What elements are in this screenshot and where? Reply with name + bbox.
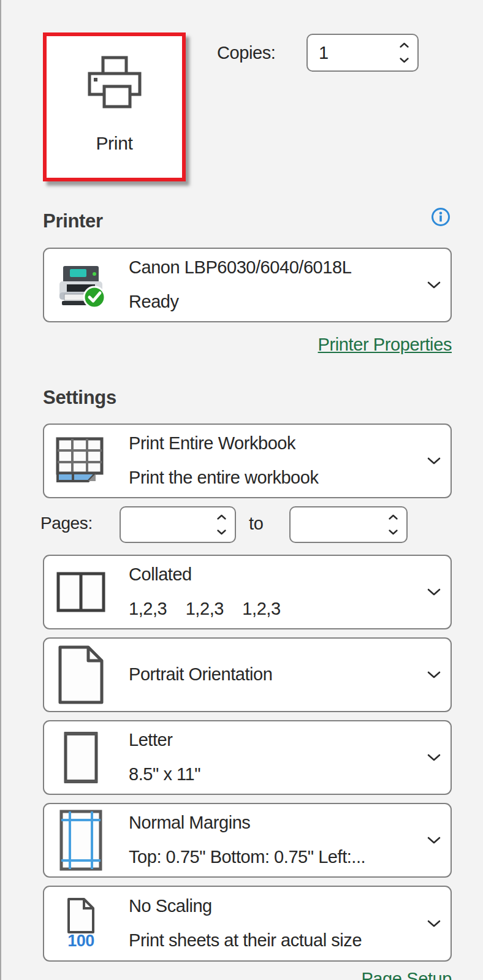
print-what-subtitle: Print the entire workbook (129, 469, 427, 487)
collation-subtitle: 1,2,3 1,2,3 1,2,3 (129, 600, 427, 618)
printer-section-heading: Printer (43, 210, 103, 232)
settings-section-heading: Settings (43, 387, 116, 409)
collation-select[interactable]: Collated 1,2,3 1,2,3 1,2,3 (43, 555, 452, 629)
pages-from-increment-button[interactable] (216, 514, 227, 520)
paper-size-subtitle: 8.5" x 11" (129, 765, 427, 784)
chevron-down-icon (427, 670, 441, 679)
pages-to-decrement-button[interactable] (388, 529, 398, 535)
collated-pages-icon (54, 572, 108, 612)
orientation-select[interactable]: Portrait Orientation (43, 637, 452, 712)
workbook-grid-icon (54, 437, 108, 485)
print-what-title: Print Entire Workbook (129, 435, 427, 453)
pages-label: Pages: (40, 514, 93, 533)
collation-title: Collated (129, 566, 427, 584)
copies-decrement-button[interactable] (399, 57, 409, 63)
margins-select[interactable]: Normal Margins Top: 0.75" Bottom: 0.75" … (43, 803, 452, 878)
copies-value: 1 (319, 43, 329, 63)
pages-from-input[interactable] (120, 506, 236, 543)
pages-from-decrement-button[interactable] (216, 529, 227, 535)
pages-to-input[interactable] (289, 506, 408, 543)
printer-status: Ready (129, 293, 427, 311)
chevron-down-icon (427, 753, 441, 762)
scaling-select[interactable]: 100 No Scaling Print sheets at their act… (43, 886, 452, 962)
printer-info-icon[interactable] (430, 207, 451, 227)
pages-to-increment-button[interactable] (388, 514, 398, 520)
margins-icon (54, 810, 108, 871)
margins-title: Normal Margins (129, 814, 427, 832)
printer-name: Canon LBP6030/6040/6018L (129, 259, 427, 277)
excel-print-pane: Print Copies: 1 Printer (0, 0, 483, 980)
print-button-label: Print (96, 133, 132, 154)
chevron-down-icon (427, 588, 441, 596)
print-button[interactable]: Print (43, 32, 186, 181)
printer-status-icon (54, 260, 108, 310)
print-what-select[interactable]: Print Entire Workbook Print the entire w… (43, 424, 452, 498)
chevron-down-icon (427, 457, 441, 465)
no-scaling-icon: 100 (54, 897, 108, 951)
paper-size-title: Letter (129, 731, 427, 750)
printer-outline-icon (84, 56, 145, 111)
letter-paper-icon (54, 731, 108, 784)
scale-100-badge: 100 (67, 932, 94, 951)
scaling-subtitle: Print sheets at their actual size (129, 932, 427, 950)
copies-increment-button[interactable] (399, 42, 409, 48)
chevron-up-icon (401, 44, 408, 47)
chevron-down-icon (401, 59, 408, 63)
pages-to-label: to (249, 514, 264, 534)
page-setup-link[interactable]: Page Setup (43, 969, 452, 980)
copies-input[interactable]: 1 (306, 34, 419, 72)
chevron-down-icon (218, 531, 226, 534)
chevron-down-icon (427, 281, 441, 289)
scaling-title: No Scaling (129, 897, 427, 916)
printer-properties-link[interactable]: Printer Properties (43, 335, 452, 355)
printer-select[interactable]: Canon LBP6030/6040/6018L Ready (43, 248, 452, 322)
chevron-down-icon (390, 531, 397, 534)
chevron-up-icon (390, 515, 397, 519)
portrait-page-icon (54, 645, 108, 705)
chevron-down-icon (427, 919, 441, 928)
margins-subtitle: Top: 0.75" Bottom: 0.75" Left:... (129, 848, 427, 867)
copies-label: Copies: (217, 43, 276, 63)
chevron-down-icon (427, 836, 441, 845)
chevron-up-icon (218, 515, 226, 519)
paper-size-select[interactable]: Letter 8.5" x 11" (43, 720, 452, 795)
orientation-title: Portrait Orientation (129, 666, 427, 684)
